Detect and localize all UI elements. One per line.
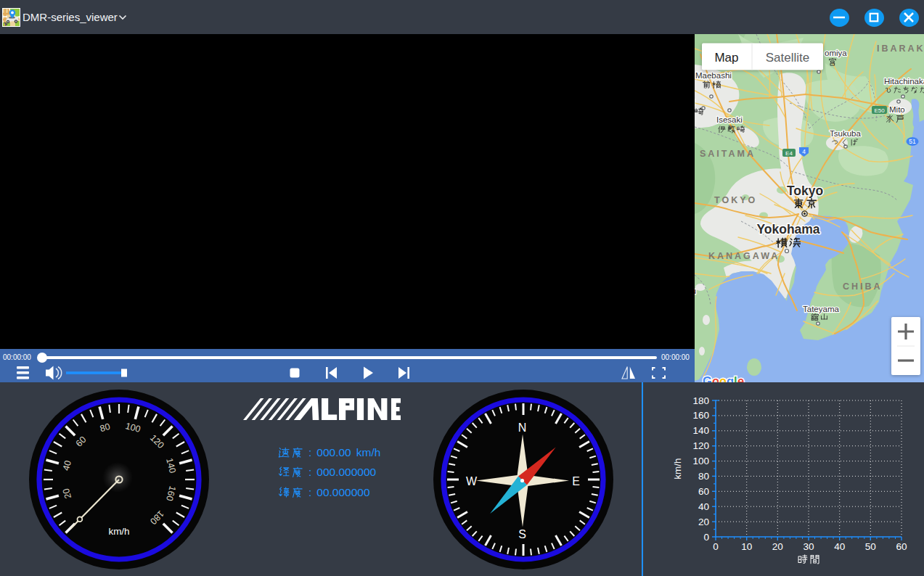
svg-text:Tateyama: Tateyama [803,305,839,313]
svg-text:o: o [712,374,719,383]
svg-text:Satellite: Satellite [766,51,809,65]
svg-text:10: 10 [741,541,752,552]
svg-text:20: 20 [698,517,709,527]
svg-text:100: 100 [692,456,709,466]
svg-text:120: 120 [692,440,709,451]
svg-text:W: W [465,474,477,487]
svg-text:km/h: km/h [108,526,129,537]
svg-text:zu: zu [695,287,696,295]
svg-text:omiya: omiya [825,49,847,57]
svg-text:E50: E50 [874,107,885,114]
svg-text:60: 60 [698,486,709,497]
svg-text:30: 30 [803,541,814,552]
svg-text:50: 50 [865,541,876,552]
svg-text:G: G [703,374,712,383]
svg-text:N: N [518,421,526,434]
svg-text:140: 140 [692,425,709,436]
svg-text:Tsukuba: Tsukuba [830,129,861,138]
svg-text:l: l [734,374,737,383]
svg-text:IBARAKI: IBARAKI [877,44,924,54]
svg-text:60: 60 [896,541,907,552]
svg-text:Hitachinaka: Hitachinaka [884,77,924,86]
svg-text:Isesaki: Isesaki [716,115,743,124]
svg-text:80: 80 [698,471,709,482]
svg-text:e: e [737,374,744,383]
svg-text:40: 40 [698,501,709,512]
svg-text:S: S [518,527,526,540]
svg-text:TOKYO: TOKYO [714,195,757,205]
svg-text:51: 51 [909,138,916,145]
svg-text:180: 180 [692,395,709,406]
svg-text:Maebashi: Maebashi [695,71,732,80]
svg-text:Mito: Mito [889,105,905,114]
svg-text:KANAGAWA: KANAGAWA [708,251,780,261]
svg-text:Yokohama: Yokohama [756,222,819,236]
svg-text:Tokyo: Tokyo [787,184,823,198]
svg-text:0: 0 [703,532,709,543]
svg-text:40: 40 [834,541,845,552]
svg-text:160: 160 [692,410,709,421]
svg-text:0: 0 [713,541,719,552]
svg-text:o: o [719,374,727,383]
svg-text:km/h: km/h [672,458,683,479]
svg-text:g: g [727,374,734,383]
svg-text:SAITAMA: SAITAMA [700,149,756,159]
svg-text:CHIBA: CHIBA [843,281,883,292]
svg-text:Map: Map [714,51,738,65]
svg-text:E: E [572,474,580,487]
svg-text:4: 4 [802,148,806,155]
svg-text:E4: E4 [785,150,793,157]
svg-text:20: 20 [772,541,783,552]
